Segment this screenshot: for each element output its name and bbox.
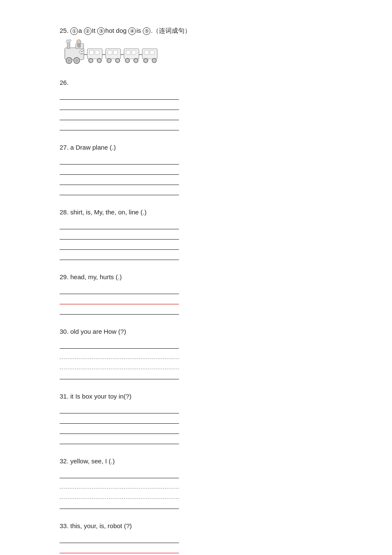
q28-lines (60, 221, 341, 260)
q27-text: 27. a Draw plane (.) (60, 142, 341, 153)
answer-line-dashed (60, 350, 179, 359)
circle-1: ① (70, 27, 78, 35)
svg-rect-2 (67, 43, 70, 49)
answer-line (60, 251, 179, 260)
question-32: 32. yellow, see, I (.) (60, 456, 341, 509)
answer-line (60, 436, 179, 444)
svg-point-10 (81, 51, 82, 52)
answer-line (60, 470, 179, 478)
answer-line (60, 221, 179, 229)
question-30: 30. old you are How (?) (60, 327, 341, 379)
svg-rect-32 (144, 50, 149, 55)
q32-text: 32. yellow, see, I (.) (60, 456, 341, 466)
svg-rect-15 (95, 50, 99, 55)
svg-point-35 (152, 58, 156, 63)
answer-line (60, 122, 179, 130)
train-svg (64, 39, 166, 69)
answer-line (60, 101, 179, 110)
answer-line (60, 176, 179, 185)
answer-line (60, 371, 179, 379)
svg-point-17 (97, 58, 101, 63)
svg-rect-27 (132, 50, 136, 55)
answer-line (60, 306, 179, 315)
answer-line (60, 241, 179, 250)
question-29: 29. head, my, hurts (.) (60, 272, 341, 315)
answer-line (60, 187, 179, 195)
svg-point-23 (115, 58, 120, 63)
q29-lines (60, 286, 341, 315)
svg-point-22 (107, 58, 111, 63)
q26-lines (60, 91, 341, 130)
svg-point-29 (134, 58, 138, 63)
question-28: 28. shirt, is, My, the, on, line (.) (60, 207, 341, 260)
answer-line (60, 286, 179, 294)
q33-text: 33. this, your, is, robot (?) (60, 521, 341, 531)
train-illustration (64, 39, 341, 69)
answer-line (60, 405, 179, 413)
answer-line (60, 425, 179, 434)
circle-3: ③ (97, 27, 105, 35)
answer-line (60, 500, 179, 509)
question-31: 31. it Is box your toy in(?) (60, 391, 341, 444)
q30-lines (60, 340, 341, 379)
svg-point-8 (75, 59, 78, 62)
svg-point-11 (82, 51, 83, 52)
answer-line-dashed (60, 480, 179, 489)
answer-line (60, 415, 179, 424)
question-27: 27. a Draw plane (.) (60, 142, 341, 195)
q32-lines (60, 470, 341, 509)
svg-point-6 (68, 59, 70, 62)
circle-4: ④ (128, 27, 136, 35)
q27-lines (60, 156, 341, 195)
circle-5: ⑤ (143, 27, 150, 35)
svg-point-4 (69, 39, 71, 42)
svg-rect-33 (150, 50, 154, 55)
answer-line-red (60, 545, 179, 553)
svg-point-9 (80, 50, 84, 54)
svg-point-28 (125, 58, 130, 63)
circle-2: ② (84, 27, 92, 35)
svg-rect-14 (89, 50, 94, 55)
answer-line-dashed (60, 361, 179, 369)
answer-line (60, 156, 179, 165)
q30-text: 30. old you are How (?) (60, 327, 341, 337)
svg-rect-37 (78, 44, 81, 47)
question-25: 25. ①a ②It ③hot dog ④is ⑤.（连词成句） (60, 26, 341, 69)
answer-line-dashed (60, 490, 179, 499)
answer-line (60, 112, 179, 120)
answer-line (60, 231, 179, 240)
q31-text: 31. it Is box your toy in(?) (60, 391, 341, 402)
answer-line (60, 166, 179, 175)
page-content: 25. ①a ②It ③hot dog ④is ⑤.（连词成句） (60, 26, 341, 555)
svg-point-36 (77, 40, 81, 44)
svg-point-34 (144, 58, 148, 63)
svg-point-16 (89, 58, 93, 63)
answer-line (60, 91, 179, 100)
q33-lines (60, 535, 341, 555)
question-33: 33. this, your, is, robot (?) (60, 521, 341, 555)
q29-text: 29. head, my, hurts (.) (60, 272, 341, 282)
q28-text: 28. shirt, is, My, the, on, line (.) (60, 207, 341, 217)
svg-rect-20 (108, 50, 112, 55)
answer-line (60, 535, 179, 543)
svg-rect-26 (126, 50, 130, 55)
answer-line-red (60, 296, 179, 304)
svg-rect-21 (113, 50, 118, 55)
q25-text: 25. ①a ②It ③hot dog ④is ⑤.（连词成句） (60, 26, 341, 36)
answer-line (60, 340, 179, 349)
question-26: 26. (60, 78, 341, 130)
q31-lines (60, 405, 341, 444)
q26-text: 26. (60, 78, 341, 88)
